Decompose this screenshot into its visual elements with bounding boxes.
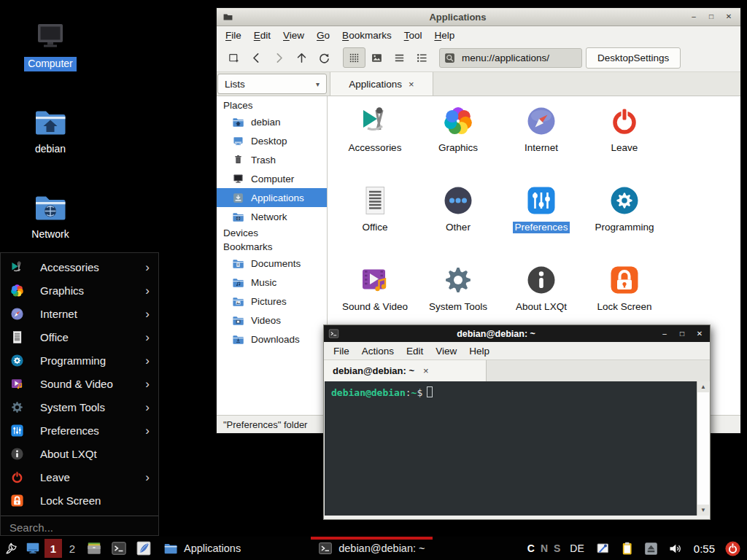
sidebar-group-devices: Devices: [217, 226, 327, 240]
terminal-maximize-button[interactable]: □: [676, 330, 688, 338]
submenu-chevron-icon: ›: [145, 471, 150, 483]
menu-item-lock-screen[interactable]: Lock Screen: [1, 489, 158, 512]
terminal-menu-view[interactable]: View: [436, 346, 457, 357]
file-manager-titlebar[interactable]: Applications – □ ✕: [217, 8, 740, 26]
icon-view-button[interactable]: [343, 47, 365, 68]
menu-item-internet[interactable]: Internet›: [1, 302, 158, 325]
fm-menu-tool[interactable]: Tool: [404, 30, 422, 41]
sidebar-item-music[interactable]: Music: [217, 273, 327, 292]
side-pane-selector[interactable]: Lists ▾: [217, 74, 327, 94]
app-category-accessories[interactable]: Accessories: [333, 104, 417, 183]
workspace-switcher: 12: [44, 539, 82, 558]
app-category-other[interactable]: Other: [417, 183, 500, 262]
menu-item-accessories[interactable]: Accessories›: [1, 255, 158, 279]
menu-item-office[interactable]: Office›: [1, 325, 158, 349]
workspace-1[interactable]: 1: [44, 539, 62, 558]
power-button[interactable]: [724, 540, 741, 557]
folder-home-icon: [33, 104, 68, 139]
removable-media-eject-icon[interactable]: [643, 541, 659, 556]
sidebar-item-videos[interactable]: Videos: [217, 311, 327, 330]
keyboard-layout-indicator[interactable]: DE: [570, 542, 584, 554]
new-tab-button[interactable]: [222, 47, 245, 68]
file-manager-launcher[interactable]: [85, 539, 104, 558]
detailed-view-button[interactable]: [411, 47, 433, 68]
close-button[interactable]: ✕: [723, 13, 735, 20]
tab-applications[interactable]: Applications ×: [330, 72, 433, 96]
terminal-close-button[interactable]: ✕: [694, 330, 705, 338]
tab-close-icon[interactable]: ×: [409, 79, 414, 90]
desktop-settings-button[interactable]: DesktopSettings: [586, 47, 681, 69]
terminal-menu-file[interactable]: File: [333, 346, 349, 357]
fm-menu-bookmarks[interactable]: Bookmarks: [342, 30, 392, 41]
workspace-2[interactable]: 2: [63, 539, 81, 558]
reload-button[interactable]: [313, 47, 336, 68]
fm-menu-view[interactable]: View: [283, 30, 304, 41]
compact-view-button[interactable]: [388, 47, 411, 68]
sidebar-item-computer[interactable]: Computer: [217, 169, 327, 188]
clock[interactable]: 0:55: [694, 542, 715, 555]
menu-item-about-lxqt[interactable]: About LXQt: [1, 442, 158, 465]
sidebar-item-pictures[interactable]: Pictures: [217, 292, 327, 311]
scroll-up-icon[interactable]: ▲: [697, 381, 709, 392]
sidebar-item-applications[interactable]: Applications: [217, 188, 327, 207]
taskbar-task-debian-debian-[interactable]: debian@debian: ~: [311, 537, 432, 560]
sidebar-item-downloads[interactable]: Downloads: [217, 330, 327, 349]
terminal-titlebar[interactable]: debian@debian: ~ – □ ✕: [324, 325, 710, 342]
start-menu-button[interactable]: [1, 539, 20, 558]
back-button[interactable]: [245, 47, 268, 68]
sidebar-item-debian[interactable]: debian: [217, 112, 327, 131]
maximize-button[interactable]: □: [705, 13, 717, 20]
volume-icon[interactable]: [667, 541, 683, 556]
app-category-leave[interactable]: Leave: [583, 104, 666, 183]
submenu-chevron-icon: ›: [145, 331, 150, 343]
menu-item-leave[interactable]: Leave›: [1, 465, 158, 489]
computer-icon: [232, 173, 244, 185]
app-category-graphics[interactable]: Graphics: [417, 104, 500, 183]
app-category-internet[interactable]: Internet: [500, 104, 583, 183]
sidebar-item-trash[interactable]: Trash: [217, 150, 327, 169]
desktop-icon-debian[interactable]: debian: [12, 104, 88, 157]
forward-button[interactable]: [268, 47, 290, 68]
menu-item-sound-video[interactable]: Sound & Video›: [1, 372, 158, 395]
menu-item-system-tools[interactable]: System Tools›: [1, 395, 158, 419]
menu-item-programming[interactable]: Programming›: [1, 349, 158, 372]
app-category-programming[interactable]: Programming: [583, 183, 666, 262]
sidebar-item-network[interactable]: Network: [217, 207, 327, 226]
scroll-down-icon[interactable]: ▼: [697, 505, 709, 516]
terminal-launcher[interactable]: [109, 539, 128, 558]
terminal-tab-close-icon[interactable]: ×: [423, 365, 429, 376]
terminal-menu-actions[interactable]: Actions: [362, 346, 394, 357]
terminal-scrollbar[interactable]: ▲ ▼: [697, 381, 709, 516]
screenshot-tool-icon[interactable]: [595, 541, 611, 556]
applications-emblem-icon: [232, 192, 244, 204]
clipboard-icon[interactable]: [619, 541, 635, 556]
fm-menu-go[interactable]: Go: [317, 30, 330, 41]
terminal-tab[interactable]: debian@debian: ~ ×: [324, 360, 487, 381]
menu-search-input[interactable]: [8, 521, 151, 534]
app-category-office[interactable]: Office: [333, 183, 417, 262]
menu-item-preferences[interactable]: Preferences›: [1, 419, 158, 442]
fm-menu-help[interactable]: Help: [434, 30, 454, 41]
folder-home-icon: [232, 116, 244, 128]
terminal-minimize-button[interactable]: –: [659, 330, 670, 338]
minimize-button[interactable]: –: [688, 13, 700, 20]
address-bar[interactable]: [439, 48, 582, 68]
taskbar-task-applications[interactable]: Applications: [156, 537, 248, 560]
sidebar-item-documents[interactable]: Documents: [217, 254, 327, 273]
menu-item-graphics[interactable]: Graphics›: [1, 279, 158, 302]
show-desktop-button[interactable]: [23, 539, 42, 558]
sidebar-item-desktop[interactable]: Desktop: [217, 131, 327, 150]
terminal-screen[interactable]: debian@debian:~$: [325, 381, 697, 516]
address-input[interactable]: [460, 52, 578, 64]
about-icon: [9, 446, 25, 462]
desktop-icon-computer[interactable]: Computer: [12, 19, 88, 71]
terminal-menu-edit[interactable]: Edit: [406, 346, 423, 357]
featherpad-launcher[interactable]: [134, 539, 153, 558]
fm-menu-file[interactable]: File: [225, 30, 241, 41]
app-category-preferences[interactable]: Preferences: [500, 183, 583, 262]
thumbnail-view-button[interactable]: [365, 47, 388, 68]
up-button[interactable]: [290, 47, 313, 68]
terminal-menu-help[interactable]: Help: [469, 346, 489, 357]
fm-menu-edit[interactable]: Edit: [254, 30, 271, 41]
desktop-icon-network[interactable]: Network: [12, 190, 88, 242]
